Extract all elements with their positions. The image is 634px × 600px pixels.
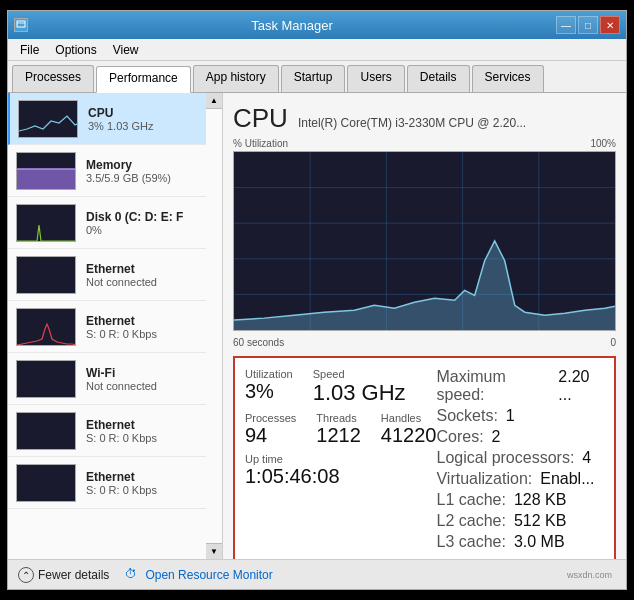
stat-utilization: Utilization 3% bbox=[245, 368, 293, 406]
processes-label: Processes bbox=[245, 412, 296, 424]
sidebar-item-memory[interactable]: Memory 3.5/5.9 GB (59%) bbox=[8, 145, 206, 197]
tab-users[interactable]: Users bbox=[347, 65, 404, 92]
sidebar-eth4-detail: S: 0 R: 0 Kbps bbox=[86, 484, 198, 496]
graph-labels: % Utilization 100% bbox=[233, 138, 616, 149]
monitor-icon: ⏱ bbox=[125, 567, 141, 583]
svg-rect-6 bbox=[17, 205, 76, 242]
right-stat-sockets: Sockets: 1 bbox=[436, 407, 604, 425]
sidebar-eth3-info: Ethernet S: 0 R: 0 Kbps bbox=[86, 418, 198, 444]
right-stat-logical: Logical processors: 4 bbox=[436, 449, 604, 467]
window-icon bbox=[14, 18, 28, 32]
utilization-value: 3% bbox=[245, 380, 293, 403]
sidebar-disk-detail: 0% bbox=[86, 224, 198, 236]
eth3-mini-graph bbox=[16, 412, 76, 450]
sidebar-eth2-info: Ethernet S: 0 R: 0 Kbps bbox=[86, 314, 198, 340]
sidebar-cpu-info: CPU 3% 1.03 GHz bbox=[88, 106, 198, 132]
minimize-button[interactable]: — bbox=[556, 16, 576, 34]
threads-value: 1212 bbox=[316, 424, 361, 447]
tab-startup[interactable]: Startup bbox=[281, 65, 346, 92]
tab-performance[interactable]: Performance bbox=[96, 66, 191, 93]
sidebar-eth2-name: Ethernet bbox=[86, 314, 198, 328]
sidebar-scroll-down[interactable]: ▼ bbox=[206, 543, 222, 559]
right-stat-l3: L3 cache: 3.0 MB bbox=[436, 533, 604, 551]
handles-value: 41220 bbox=[381, 424, 437, 447]
sidebar-item-eth1[interactable]: Ethernet Not connected bbox=[8, 249, 206, 301]
tab-details[interactable]: Details bbox=[407, 65, 470, 92]
svg-rect-7 bbox=[17, 257, 76, 294]
stats-right: Maximum speed: 2.20 ... Sockets: 1 Cores… bbox=[436, 368, 604, 554]
close-button[interactable]: ✕ bbox=[600, 16, 620, 34]
uptime-value: 1:05:46:08 bbox=[245, 465, 340, 488]
sidebar-cpu-detail: 3% 1.03 GHz bbox=[88, 120, 198, 132]
sidebar-item-eth3[interactable]: Ethernet S: 0 R: 0 Kbps bbox=[8, 405, 206, 457]
processes-value: 94 bbox=[245, 424, 296, 447]
svg-rect-2 bbox=[19, 101, 78, 138]
cpu-title: CPU bbox=[233, 103, 288, 134]
sidebar-item-cpu[interactable]: CPU 3% 1.03 GHz bbox=[8, 93, 206, 145]
sidebar-disk-info: Disk 0 (C: D: E: F 0% bbox=[86, 210, 198, 236]
stats-row-2: Processes 94 Threads 1212 Handles 41220 bbox=[245, 412, 436, 447]
sidebar-eth1-detail: Not connected bbox=[86, 276, 198, 288]
fewer-details-button[interactable]: ⌃ Fewer details bbox=[18, 567, 109, 583]
svg-rect-4 bbox=[17, 169, 76, 190]
stats-left: Utilization 3% Speed 1.03 GHz Processes bbox=[245, 368, 436, 554]
sidebar-eth1-name: Ethernet bbox=[86, 262, 198, 276]
graph-time-left: 60 seconds bbox=[233, 337, 284, 348]
sidebar-item-disk[interactable]: Disk 0 (C: D: E: F 0% bbox=[8, 197, 206, 249]
open-resource-monitor-label: Open Resource Monitor bbox=[145, 568, 272, 582]
cpu-model: Intel(R) Core(TM) i3-2330M CPU @ 2.20... bbox=[298, 116, 526, 130]
stat-processes: Processes 94 bbox=[245, 412, 296, 447]
sidebar-item-eth2[interactable]: Ethernet S: 0 R: 0 Kbps bbox=[8, 301, 206, 353]
menu-file[interactable]: File bbox=[12, 41, 47, 59]
eth2-mini-graph bbox=[16, 308, 76, 346]
sidebar-memory-name: Memory bbox=[86, 158, 198, 172]
sidebar-item-wifi[interactable]: Wi-Fi Not connected bbox=[8, 353, 206, 405]
sidebar-disk-name: Disk 0 (C: D: E: F bbox=[86, 210, 198, 224]
svg-rect-9 bbox=[17, 361, 76, 398]
sidebar-eth3-detail: S: 0 R: 0 Kbps bbox=[86, 432, 198, 444]
sidebar-eth4-info: Ethernet S: 0 R: 0 Kbps bbox=[86, 470, 198, 496]
disk-mini-graph bbox=[16, 204, 76, 242]
chevron-up-icon: ⌃ bbox=[18, 567, 34, 583]
threads-label: Threads bbox=[316, 412, 361, 424]
memory-mini-graph bbox=[16, 152, 76, 190]
stats-main: Utilization 3% Speed 1.03 GHz Processes bbox=[245, 368, 604, 554]
sidebar-item-eth4[interactable]: Ethernet S: 0 R: 0 Kbps bbox=[8, 457, 206, 509]
open-resource-monitor-link[interactable]: ⏱ Open Resource Monitor bbox=[125, 567, 272, 583]
sidebar-wifi-name: Wi-Fi bbox=[86, 366, 198, 380]
cpu-header: CPU Intel(R) Core(TM) i3-2330M CPU @ 2.2… bbox=[233, 103, 616, 134]
graph-time-right: 0 bbox=[610, 337, 616, 348]
right-stat-cores: Cores: 2 bbox=[436, 428, 604, 446]
sidebar-eth4-name: Ethernet bbox=[86, 470, 198, 484]
sidebar-cpu-name: CPU bbox=[88, 106, 198, 120]
watermark: wsxdn.com bbox=[563, 569, 616, 581]
svg-rect-8 bbox=[17, 309, 76, 346]
window-title: Task Manager bbox=[28, 18, 556, 33]
tab-processes[interactable]: Processes bbox=[12, 65, 94, 92]
maximize-button[interactable]: □ bbox=[578, 16, 598, 34]
tab-app-history[interactable]: App history bbox=[193, 65, 279, 92]
tab-bar: Processes Performance App history Startu… bbox=[8, 61, 626, 93]
tab-services[interactable]: Services bbox=[472, 65, 544, 92]
stat-threads: Threads 1212 bbox=[316, 412, 361, 447]
svg-rect-10 bbox=[17, 413, 76, 450]
stats-row-1: Utilization 3% Speed 1.03 GHz bbox=[245, 368, 436, 406]
sidebar: CPU 3% 1.03 GHz Memory 3.5/5.9 GB (59%) bbox=[8, 93, 223, 559]
stat-handles: Handles 41220 bbox=[381, 412, 437, 447]
menu-options[interactable]: Options bbox=[47, 41, 104, 59]
menu-view[interactable]: View bbox=[105, 41, 147, 59]
main-panel: CPU Intel(R) Core(TM) i3-2330M CPU @ 2.2… bbox=[223, 93, 626, 559]
right-stat-l1: L1 cache: 128 KB bbox=[436, 491, 604, 509]
main-content: CPU 3% 1.03 GHz Memory 3.5/5.9 GB (59%) bbox=[8, 93, 626, 559]
window-controls: — □ ✕ bbox=[556, 16, 620, 34]
right-stat-virt: Virtualization: Enabl... bbox=[436, 470, 604, 488]
handles-label: Handles bbox=[381, 412, 437, 424]
eth4-mini-graph bbox=[16, 464, 76, 502]
sidebar-wifi-info: Wi-Fi Not connected bbox=[86, 366, 198, 392]
sidebar-scroll-up[interactable]: ▲ bbox=[206, 93, 222, 109]
stats-box: Utilization 3% Speed 1.03 GHz Processes bbox=[233, 356, 616, 559]
menu-bar: File Options View bbox=[8, 39, 626, 61]
speed-value: 1.03 GHz bbox=[313, 380, 406, 406]
uptime-label: Up time bbox=[245, 453, 340, 465]
sidebar-eth2-detail: S: 0 R: 0 Kbps bbox=[86, 328, 198, 340]
